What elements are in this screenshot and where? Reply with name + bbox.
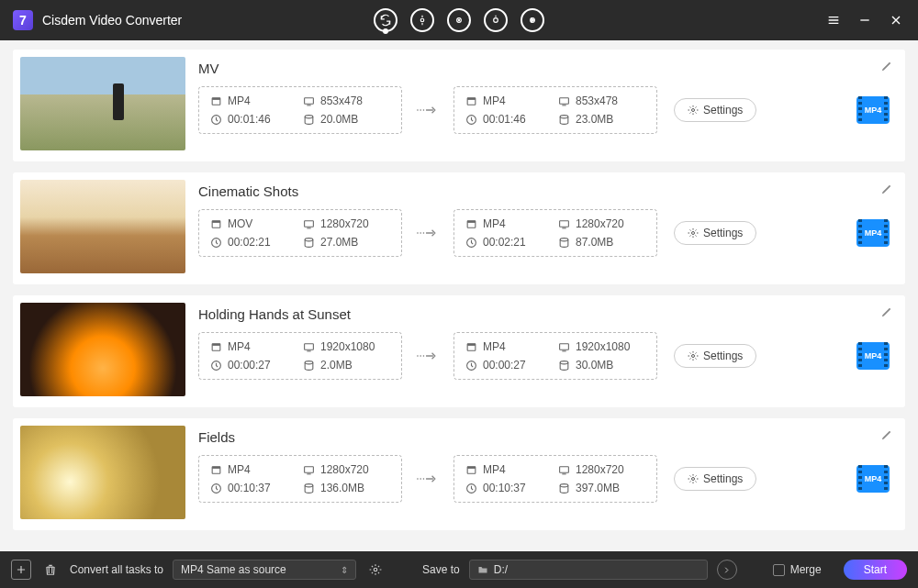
close-button[interactable]	[887, 11, 905, 29]
output-format-button[interactable]: MP4	[856, 94, 890, 127]
svg-point-0	[420, 18, 424, 22]
thumbnail[interactable]	[20, 57, 185, 150]
svg-point-25	[560, 238, 568, 240]
mode-convert-icon[interactable]	[374, 8, 397, 32]
target-spec-box: MP4 1280x720 00:02:21 87.0MB	[453, 209, 657, 257]
task-item[interactable]: Cinematic Shots MOV 1280x720 00:02:21 27…	[13, 172, 905, 284]
task-item[interactable]: MV MP4 853x478 00:01:46 20.0MB MP4 853x4…	[13, 50, 905, 161]
item-title: Cinematic Shots	[198, 183, 298, 199]
svg-point-15	[692, 109, 695, 112]
edit-icon[interactable]	[880, 182, 894, 199]
output-format-button[interactable]: MP4	[856, 216, 890, 250]
svg-point-42	[305, 483, 313, 486]
svg-rect-7	[305, 97, 314, 104]
resolution-spec: 1280x720	[558, 463, 645, 476]
edit-icon[interactable]	[880, 59, 894, 76]
format-spec: MP4	[210, 463, 297, 476]
svg-rect-34	[560, 343, 569, 349]
save-path-value: D:/	[494, 563, 508, 576]
svg-rect-18	[305, 220, 314, 227]
output-format-select[interactable]: MP4 Same as source	[173, 560, 356, 580]
add-button[interactable]	[11, 560, 31, 580]
format-settings-icon[interactable]	[365, 560, 386, 580]
output-format-button[interactable]: MP4	[856, 339, 890, 372]
svg-rect-40	[305, 466, 314, 472]
settings-button[interactable]: Settings	[674, 467, 756, 491]
svg-rect-33	[467, 343, 476, 345]
edit-icon[interactable]	[880, 427, 894, 445]
svg-point-47	[560, 483, 568, 486]
svg-rect-29	[305, 343, 314, 349]
delete-button[interactable]	[40, 560, 61, 580]
target-spec-box: MP4 1920x1080 00:00:27 30.0MB	[453, 332, 657, 380]
settings-button[interactable]: Settings	[674, 221, 756, 245]
size-spec: 20.0MB	[303, 113, 390, 126]
size-spec: 397.0MB	[558, 482, 645, 494]
merge-label: Merge	[790, 563, 822, 576]
output-format-button[interactable]: MP4	[856, 462, 890, 495]
save-to-label: Save to	[422, 563, 460, 576]
mode-play-icon[interactable]	[521, 8, 544, 32]
resolution-spec: 1280x720	[303, 463, 390, 476]
item-title: MV	[198, 61, 219, 76]
menu-icon[interactable]	[824, 11, 843, 29]
svg-point-31	[305, 361, 313, 363]
resolution-spec: 853x478	[558, 94, 645, 107]
svg-rect-12	[560, 97, 569, 104]
format-spec: MP4	[465, 340, 553, 353]
resolution-spec: 1280x720	[558, 217, 645, 230]
resolution-spec: 853x478	[303, 94, 390, 107]
svg-point-37	[692, 355, 695, 358]
convert-all-label: Convert all tasks to	[70, 563, 163, 576]
item-title: Holding Hands at Sunset	[198, 306, 351, 322]
thumbnail[interactable]	[20, 180, 185, 273]
minimize-button[interactable]	[856, 11, 874, 29]
mode-burn-icon[interactable]	[484, 8, 508, 32]
app-logo: 7	[13, 10, 33, 30]
save-path-input[interactable]: D:/	[469, 560, 708, 580]
task-list[interactable]: MV MP4 853x478 00:01:46 20.0MB MP4 853x4…	[0, 40, 918, 551]
mode-rip-icon[interactable]	[447, 8, 471, 32]
svg-point-2	[458, 19, 459, 20]
task-item[interactable]: Holding Hands at Sunset MP4 1920x1080 00…	[13, 295, 905, 407]
size-spec: 2.0MB	[303, 359, 390, 372]
svg-point-49	[374, 568, 377, 571]
format-spec: MP4	[465, 217, 553, 230]
target-spec-box: MP4 1280x720 00:10:37 397.0MB	[453, 455, 657, 503]
mode-download-icon[interactable]	[410, 8, 434, 32]
edit-icon[interactable]	[880, 305, 894, 322]
thumbnail[interactable]	[20, 426, 185, 519]
settings-button[interactable]: Settings	[674, 344, 756, 368]
start-button[interactable]: Start	[844, 560, 907, 580]
thumbnail[interactable]	[20, 303, 185, 396]
footer-bar: Convert all tasks to MP4 Same as source …	[0, 551, 918, 588]
task-item[interactable]: Fields MP4 1280x720 00:10:37 136.0MB MP4…	[13, 418, 905, 530]
svg-point-20	[305, 238, 313, 240]
checkbox-icon	[773, 564, 785, 576]
duration-spec: 00:00:27	[465, 359, 553, 372]
resolution-spec: 1920x1080	[303, 340, 390, 353]
format-spec: MP4	[465, 463, 553, 476]
svg-point-26	[692, 232, 695, 235]
svg-point-14	[560, 115, 568, 117]
svg-point-48	[692, 478, 695, 481]
duration-spec: 00:01:46	[210, 113, 297, 126]
settings-button[interactable]: Settings	[674, 98, 756, 122]
source-spec-box: MOV 1280x720 00:02:21 27.0MB	[198, 209, 402, 257]
title-bar: 7 Cisdem Video Converter	[0, 0, 918, 40]
merge-checkbox[interactable]: Merge	[773, 563, 822, 576]
size-spec: 30.0MB	[558, 359, 645, 372]
svg-point-36	[560, 361, 568, 363]
source-spec-box: MP4 1920x1080 00:00:27 2.0MB	[198, 332, 402, 380]
size-spec: 87.0MB	[558, 236, 645, 249]
arrow-icon	[402, 472, 453, 485]
svg-rect-45	[560, 466, 569, 472]
svg-rect-6	[212, 97, 220, 99]
format-spec: MP4	[465, 94, 553, 107]
browse-folder-button[interactable]	[717, 560, 737, 580]
svg-rect-28	[212, 343, 220, 345]
duration-spec: 00:10:37	[465, 482, 553, 494]
svg-rect-39	[212, 466, 220, 468]
folder-icon	[477, 564, 488, 575]
duration-spec: 00:01:46	[465, 113, 553, 126]
